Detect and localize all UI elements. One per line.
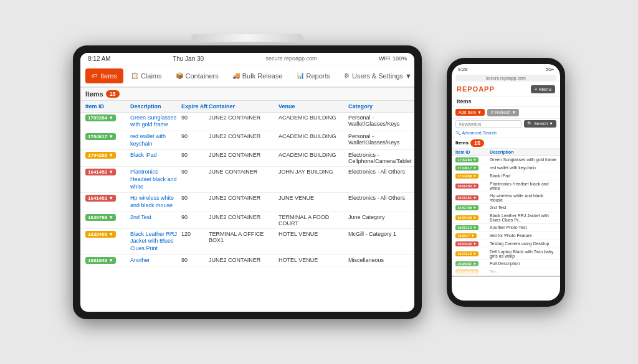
claims-icon: 📋 (131, 72, 138, 79)
container-cell: JUNE2 CONTAINER (209, 114, 277, 121)
stylus (191, 34, 303, 42)
category-cell: Miscellaneous (348, 257, 414, 263)
description-cell: red wallet with keychain (130, 133, 180, 147)
advanced-search-link[interactable]: 🔍 Advanced Search (452, 129, 560, 138)
expire-cell: 90 (181, 133, 207, 139)
phone-item-badge[interactable]: 1619840 ▼ (455, 269, 478, 274)
expire-cell: 90 (181, 214, 207, 220)
tablet-nav: 🏷 Items 📋 Claims 📦 Containers 🚚 Bulk Rel… (80, 65, 414, 88)
item-id-badge[interactable]: 1704289 ▼ (85, 152, 116, 159)
keyword-input[interactable] (455, 120, 521, 128)
category-cell: June Category (348, 214, 414, 220)
phone-desc-cell: Hp wireless white and black mouse (490, 194, 556, 202)
table-row[interactable]: 1639788 ▼ 2nd Test 90 JUNE2 CONTAINER TE… (80, 212, 414, 229)
th-container: Container (209, 103, 277, 110)
table-row[interactable]: 1704289 ▼ Black iPad 90 JUNE2 CONTAINER … (80, 150, 414, 167)
expire-cell: 90 (181, 169, 207, 175)
venue-cell: ACADEMIC BUILDING (279, 114, 347, 121)
nav-tab-bulk-release[interactable]: 🚚 Bulk Release (226, 68, 289, 83)
item-id-badge[interactable]: 1639408 ▼ (85, 231, 116, 238)
phone-item-id-cell: 1638408 ▼ (455, 215, 490, 220)
category-cell: Electronics - All Others (348, 195, 414, 201)
phone-row[interactable]: 1681313 ▼ Another Photo Test (452, 224, 560, 232)
phone-row[interactable]: 1709284 ▼ Green Sunglasses with gold fra… (452, 156, 560, 164)
item-id-cell: 1704289 ▼ (85, 152, 129, 159)
phone-item-badge[interactable]: 1641452 ▼ (455, 184, 478, 189)
phone-row[interactable]: 1639788 ▼ 2nd Test (452, 204, 560, 212)
items-count-badge: 15 (106, 90, 120, 98)
table-row[interactable]: 1709284 ▼ Green Sunglasses with gold fra… (80, 113, 414, 131)
phone-item-badge[interactable]: 1704617 ▼ (455, 166, 478, 170)
phone-items-badge: 15 (470, 139, 484, 147)
phone-row[interactable]: 1641451 ▼ Hp wireless white and black mo… (452, 192, 560, 204)
phone-item-badge[interactable]: 1639788 ▼ (455, 205, 478, 210)
table-row[interactable]: 1639408 ▼ Black Leather RRJ Jacket with … (80, 229, 414, 255)
venue-cell: ACADEMIC BUILDING (279, 152, 347, 158)
table-row[interactable]: 1641451 ▼ Hp wireless white and black mo… (80, 193, 414, 212)
phone-row[interactable]: 1634442 ▼ Testing Camera using Desktop (452, 240, 560, 248)
phone-row[interactable]: 1704617 ▼ red wallet with keychain (452, 164, 560, 172)
phone-item-badge[interactable]: 1523218 ▼ (455, 251, 478, 256)
item-id-cell: 1639788 ▼ (85, 214, 129, 221)
phone-th-item-id: Item ID (455, 150, 490, 154)
nav-tab-claims-label: Claims (141, 72, 162, 80)
phone-item-badge[interactable]: 1641451 ▼ (455, 195, 478, 200)
nav-tab-containers[interactable]: 📦 Containers (169, 68, 225, 83)
add-item-button[interactable]: Add Item ▼ (455, 109, 485, 116)
phone-app-title: REPOAPP (457, 85, 495, 93)
venue-cell: HOTEL VENUE (279, 231, 347, 237)
tablet-toolbar: Items 15 (80, 88, 414, 101)
phone-item-id-cell: 1641452 ▼ (455, 184, 490, 189)
table-row[interactable]: 1681849 ▼ Another 90 JUNE2 CONTAINER HOT… (80, 255, 414, 267)
phone-row[interactable]: 1638408 ▼ Black Leather RRJ Jacket with … (452, 212, 560, 224)
nav-tab-reports[interactable]: 📊 Reports (290, 68, 337, 83)
phone-item-badge[interactable]: 1709284 ▼ (455, 157, 478, 162)
item-id-badge[interactable]: 1704617 ▼ (85, 133, 116, 140)
description-cell: Black Leather RRJ Jacket with Blues Clue… (130, 231, 180, 253)
item-id-badge[interactable]: 1709284 ▼ (85, 114, 116, 121)
phone-item-badge[interactable]: 1704289 ▼ (455, 174, 478, 179)
phone-row[interactable]: 1704289 ▼ Black iPad (452, 172, 560, 180)
venue-cell: ACADEMIC BUILDING (279, 133, 347, 139)
nav-tab-claims[interactable]: 📋 Claims (125, 68, 168, 83)
description-cell: Green Sunglasses with gold frame (130, 114, 180, 129)
refresh-button[interactable]: ↺ Refresh ▼ (487, 109, 519, 116)
item-id-badge[interactable]: 1639788 ▼ (85, 214, 116, 221)
phone-row[interactable]: 769817 ▼ test for Photo Feature (452, 232, 560, 240)
bulk-release-icon: 🚚 (232, 72, 240, 79)
description-cell: Black iPad (130, 152, 180, 159)
table-row[interactable]: 1641452 ▼ Plantronics Headset black and … (80, 167, 414, 193)
scene: 8:12 AM Thu Jan 30 secure.repoapp.com Wi… (60, 33, 578, 332)
phone-row[interactable]: 1523218 ▼ Dell Laptop Black with Twin ba… (452, 248, 560, 260)
item-id-cell: 1681849 ▼ (85, 257, 129, 264)
description-cell: 2nd Test (130, 214, 180, 222)
phone-row[interactable]: 1619840 ▼ Tes... (452, 268, 560, 277)
wifi-icon: WiFi (379, 55, 390, 62)
phone-items-count: Items 15 (452, 138, 560, 149)
phone-signal: 5G▪ (545, 67, 554, 72)
expire-cell: 90 (181, 257, 207, 263)
menu-button[interactable]: ≡ Menu (531, 85, 555, 93)
item-id-badge[interactable]: 1641452 ▼ (85, 169, 116, 175)
search-button[interactable]: 🔍 Search ▼ (524, 120, 556, 128)
phone-desc-cell: Dell Laptop Black with Twin baby girls a… (490, 250, 556, 258)
phone-item-id-cell: 1681313 ▼ (455, 225, 490, 230)
container-cell: JUNE2 CONTAINER (209, 152, 277, 158)
phone-desc-cell: test for Photo Feature (490, 233, 556, 238)
phone-desc-cell: Black Leather RRJ Jacket with Blues Clue… (490, 213, 556, 222)
item-id-badge[interactable]: 1681849 ▼ (85, 257, 116, 264)
phone-item-badge[interactable]: 1638408 ▼ (455, 215, 478, 220)
phone-item-badge[interactable]: 1634442 ▼ (455, 241, 478, 246)
category-cell: Personal - Wallet/Glasses/Keys (348, 114, 414, 127)
nav-tab-items[interactable]: 🏷 Items (85, 68, 123, 83)
phone-row[interactable]: 1641452 ▼ Plantronics Headset black and … (452, 180, 560, 192)
phone-item-badge[interactable]: 1681313 ▼ (455, 225, 478, 230)
nav-tab-settings[interactable]: ⚙ Users & Settings ▼ (338, 68, 414, 83)
table-row[interactable]: 1704617 ▼ red wallet with keychain 90 JU… (80, 131, 414, 150)
phone-app-header: REPOAPP ≡ Menu (452, 83, 560, 96)
phone-item-badge[interactable]: 769817 ▼ (455, 233, 477, 238)
container-cell: JUNE CONTAINER (209, 169, 277, 175)
tablet-table-body: 1709284 ▼ Green Sunglasses with gold fra… (80, 113, 414, 312)
nav-tab-settings-label: Users & Settings ▼ (352, 72, 412, 80)
item-id-badge[interactable]: 1641451 ▼ (85, 195, 116, 202)
